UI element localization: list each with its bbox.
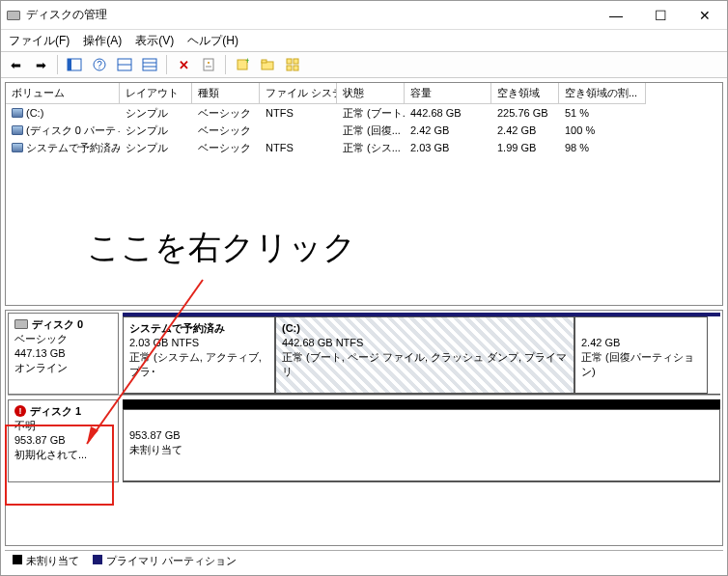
column-header[interactable]: 種類 bbox=[192, 83, 260, 104]
svg-rect-16 bbox=[287, 59, 292, 64]
minimize-button[interactable]: ― bbox=[594, 1, 638, 29]
partition[interactable]: 2.42 GB正常 (回復パーティション) bbox=[574, 316, 708, 394]
graphical-view: ディスク 0 ベーシック 447.13 GB オンライン システムで予約済み2.… bbox=[5, 310, 723, 546]
partition[interactable]: システムで予約済み2.03 GB NTFS正常 (システム, アクティブ, プラ… bbox=[123, 316, 275, 394]
new-icon[interactable]: + bbox=[232, 54, 253, 75]
column-header[interactable]: 空き領域 bbox=[491, 83, 559, 104]
app-icon bbox=[7, 11, 20, 20]
toolbar: ⬅ ➡ ? ✕ + bbox=[1, 51, 727, 78]
column-header[interactable]: レイアウト bbox=[120, 83, 192, 104]
partition[interactable]: (C:)442.68 GB NTFS正常 (ブート, ページ ファイル, クラッ… bbox=[275, 316, 574, 394]
maximize-button[interactable]: ☐ bbox=[638, 1, 683, 29]
help-icon[interactable]: ? bbox=[89, 54, 110, 75]
menubar: ファイル(F) 操作(A) 表示(V) ヘルプ(H) bbox=[1, 30, 727, 51]
delete-icon[interactable]: ✕ bbox=[173, 54, 194, 75]
menu-view[interactable]: 表示(V) bbox=[135, 33, 174, 49]
volume-row[interactable]: システムで予約済みシンプルベーシックNTFS正常 (シス...2.03 GB1.… bbox=[6, 139, 722, 156]
disk-1-unallocated[interactable]: 953.87 GB 未割り当て bbox=[123, 409, 720, 481]
disk-1-partitions: 953.87 GB 未割り当て bbox=[123, 399, 720, 482]
grid-icon[interactable] bbox=[282, 54, 303, 75]
disk-1-row[interactable]: !ディスク 1 不明 953.87 GB 初期化されて... 953.87 GB… bbox=[8, 399, 720, 482]
disk-error-icon: ! bbox=[14, 405, 26, 417]
svg-rect-19 bbox=[294, 66, 298, 70]
column-header[interactable]: 容量 bbox=[405, 83, 491, 104]
volume-icon bbox=[12, 125, 23, 135]
column-header[interactable]: 状態 bbox=[337, 83, 405, 104]
column-header[interactable]: ボリューム bbox=[6, 83, 120, 104]
legend-unallocated: 未割り当て bbox=[26, 555, 79, 566]
disk-management-window: ディスクの管理 ― ☐ ✕ ファイル(F) 操作(A) 表示(V) ヘルプ(H)… bbox=[0, 0, 728, 576]
window-title: ディスクの管理 bbox=[26, 7, 107, 23]
volume-list-header: ボリュームレイアウト種類ファイル システム状態容量空き領域空き領域の割... bbox=[6, 83, 722, 104]
legend-primary: プライマリ パーティション bbox=[106, 555, 237, 566]
svg-rect-1 bbox=[68, 59, 71, 70]
menu-help[interactable]: ヘルプ(H) bbox=[187, 33, 238, 49]
back-button[interactable]: ⬅ bbox=[5, 54, 26, 75]
disk-1-label[interactable]: !ディスク 1 不明 953.87 GB 初期化されて... bbox=[8, 399, 119, 482]
view-button-2[interactable] bbox=[114, 54, 135, 75]
volume-row[interactable]: (C:)シンプルベーシックNTFS正常 (ブート...442.68 GB225.… bbox=[6, 104, 722, 122]
disk-0-partitions: システムで予約済み2.03 GB NTFS正常 (システム, アクティブ, プラ… bbox=[123, 313, 720, 395]
disk-0-label[interactable]: ディスク 0 ベーシック 447.13 GB オンライン bbox=[8, 313, 119, 395]
menu-file[interactable]: ファイル(F) bbox=[9, 33, 70, 49]
volume-list[interactable]: ボリュームレイアウト種類ファイル システム状態容量空き領域空き領域の割... (… bbox=[5, 82, 723, 306]
svg-point-10 bbox=[208, 62, 210, 64]
properties-icon[interactable] bbox=[198, 54, 219, 75]
list-view-icon[interactable] bbox=[139, 54, 160, 75]
svg-rect-6 bbox=[143, 59, 156, 70]
legend: 未割り当て プライマリ パーティション bbox=[5, 550, 723, 571]
svg-rect-18 bbox=[287, 66, 292, 70]
disk-drive-icon bbox=[14, 319, 28, 329]
forward-button[interactable]: ➡ bbox=[30, 54, 51, 75]
volume-icon bbox=[12, 108, 23, 118]
column-header[interactable]: ファイル システム bbox=[260, 83, 337, 104]
close-button[interactable]: ✕ bbox=[683, 1, 727, 29]
svg-rect-17 bbox=[294, 59, 298, 64]
disk-0-row[interactable]: ディスク 0 ベーシック 447.13 GB オンライン システムで予約済み2.… bbox=[8, 313, 720, 396]
svg-rect-15 bbox=[262, 60, 266, 63]
volume-icon bbox=[12, 143, 23, 152]
volume-list-body[interactable]: (C:)シンプルベーシックNTFS正常 (ブート...442.68 GB225.… bbox=[6, 104, 722, 305]
column-header[interactable]: 空き領域の割... bbox=[559, 83, 646, 104]
volume-row[interactable]: (ディスク 0 パーティシ...シンプルベーシック正常 (回復...2.42 G… bbox=[6, 122, 722, 139]
menu-action[interactable]: 操作(A) bbox=[83, 33, 122, 49]
folder-icon[interactable] bbox=[257, 54, 278, 75]
titlebar: ディスクの管理 ― ☐ ✕ bbox=[1, 1, 727, 30]
view-button-1[interactable] bbox=[64, 54, 85, 75]
svg-text:+: + bbox=[245, 58, 249, 66]
svg-text:?: ? bbox=[97, 60, 102, 70]
svg-rect-9 bbox=[204, 59, 213, 70]
